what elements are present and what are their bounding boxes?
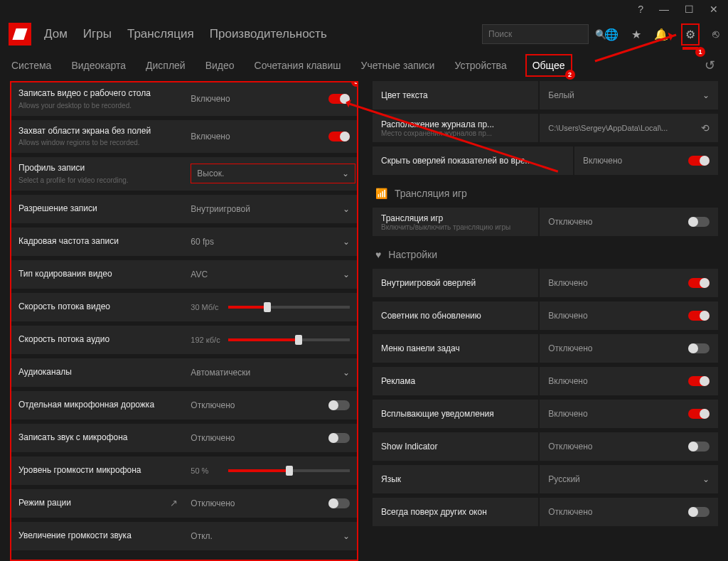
nav-home[interactable]: Дом — [44, 27, 68, 41]
row-encoding: Тип кодирования видео AVC⌄ — [11, 260, 357, 289]
select-fps[interactable]: 60 fps⌄ — [191, 237, 350, 247]
tab-devices[interactable]: Устройства — [453, 54, 508, 77]
row-ads: Реклама Включено — [373, 367, 718, 395]
nav-games[interactable]: Игры — [83, 27, 112, 41]
browse-icon[interactable]: ⟲ — [701, 122, 710, 134]
row-separate-mic-track: Отдельная микрофонная дорожка Отключено — [11, 391, 357, 420]
desc: Allows window regions to be recorded. — [18, 138, 183, 147]
row-audio-boost: Увеличение громкости звука Откл.⌄ — [11, 522, 357, 550]
row-show-indicator: Show Indicator Отключено — [373, 432, 718, 461]
select-recording-profile[interactable]: Высок.⌄ — [191, 164, 355, 183]
tab-general[interactable]: Общее 2 — [525, 54, 572, 77]
annotation-badge-2: 2 — [565, 70, 575, 80]
tab-accounts[interactable]: Учетные записи — [360, 54, 437, 77]
settings-button[interactable]: ⚙ 1 — [681, 23, 700, 46]
toggle-show-indicator[interactable] — [688, 442, 710, 452]
toggle-separate-mic-track[interactable] — [328, 400, 350, 410]
value: 60 fps — [191, 237, 214, 247]
label: Цвет текста — [381, 90, 428, 100]
row-ingame-overlay: Внутриигровой оверлей Включено — [373, 269, 718, 297]
value: Включено — [548, 278, 688, 288]
row-capture-region: Захват области экрана без полейAllows wi… — [11, 120, 357, 154]
section-preferences: ♥Настройки — [373, 240, 718, 265]
toggle-toasts[interactable] — [688, 409, 710, 419]
tab-general-label: Общее — [532, 60, 565, 71]
exit-icon[interactable]: ⎋ — [712, 28, 719, 41]
select-text-color[interactable]: Белый⌄ — [540, 81, 718, 109]
value: Внутриигровой — [191, 204, 250, 214]
value: AVC — [191, 269, 208, 279]
toggle-hide-overlay[interactable] — [688, 156, 710, 166]
row-fps: Кадровая частота записи 60 fps⌄ — [11, 228, 357, 256]
close-icon[interactable]: ✕ — [710, 4, 718, 15]
maximize-icon[interactable]: ☐ — [685, 4, 694, 15]
chevron-down-icon: ⌄ — [343, 368, 350, 378]
value: Включено — [191, 132, 321, 141]
star-icon[interactable]: ★ — [631, 28, 641, 41]
toggle-ads[interactable] — [688, 376, 710, 386]
share-icon[interactable]: ↗ — [170, 498, 178, 508]
label: Скрыть оверлей показателей во вре... — [381, 156, 532, 166]
row-audio-bitrate: Скорость потока аудио 192 кб/с — [11, 326, 357, 354]
toggle-upgrade-advisor[interactable] — [688, 311, 710, 321]
header: Дом Игры Трансляция Производительность 🔍… — [0, 18, 728, 50]
value: Отключено — [548, 217, 688, 227]
recording-panel: 3 Записать видео с рабочего столаAllows … — [10, 81, 358, 561]
value: Русский — [548, 474, 702, 484]
main-nav: Дом Игры Трансляция Производительность — [44, 27, 327, 41]
search-box[interactable]: 🔍 — [482, 24, 589, 44]
value: Отключено — [548, 507, 688, 517]
slider-audio-bitrate[interactable]: 192 кб/с — [191, 336, 350, 344]
minimize-icon[interactable]: — — [659, 4, 669, 15]
chevron-down-icon: ⌄ — [343, 204, 350, 214]
value: C:\Users\Sergey\AppData\Local\... — [548, 124, 701, 132]
row-text-color: Цвет текста Белый⌄ — [373, 81, 718, 109]
chevron-down-icon: ⌄ — [343, 237, 350, 247]
select-audio-boost[interactable]: Откл.⌄ — [191, 531, 350, 541]
label: Увеличение громкости звука — [18, 530, 183, 542]
row-record-desktop: Записать видео с рабочего столаAllows yo… — [11, 82, 357, 116]
select-encoding[interactable]: AVC⌄ — [191, 269, 350, 279]
value: Включено — [583, 156, 688, 166]
tab-display[interactable]: Дисплей — [144, 54, 187, 77]
row-audio-channels: Аудиоканалы Автоматически⌄ — [11, 358, 357, 387]
titlebar: ? — ☐ ✕ — [0, 0, 728, 18]
toggle-game-streaming[interactable] — [688, 217, 710, 227]
toggle-push-to-talk[interactable] — [328, 498, 350, 508]
chevron-down-icon: ⌄ — [702, 90, 710, 100]
label: Аудиоканалы — [18, 367, 183, 378]
value: Откл. — [191, 531, 213, 541]
row-game-streaming: Трансляция игрВключить/выключить трансля… — [373, 208, 718, 236]
slider-mic-volume[interactable]: 50 % — [191, 466, 350, 475]
nav-stream[interactable]: Трансляция — [127, 27, 194, 41]
chevron-down-icon: ⌄ — [343, 531, 350, 541]
nav-performance[interactable]: Производительность — [210, 27, 327, 41]
toggle-always-on-top[interactable] — [688, 507, 710, 517]
row-video-bitrate: Скорость потока видео 30 Мб/с — [11, 293, 357, 321]
select-language[interactable]: Русский⌄ — [540, 465, 718, 493]
label: Скорость потока аудио — [18, 334, 183, 346]
select-resolution[interactable]: Внутриигровой⌄ — [191, 204, 350, 214]
tab-hotkeys[interactable]: Сочетания клавиш — [253, 54, 343, 77]
amd-logo — [9, 23, 31, 46]
tab-video[interactable]: Видео — [204, 54, 236, 77]
select-audio-channels[interactable]: Автоматически⌄ — [191, 368, 350, 378]
reset-icon[interactable]: ↺ — [705, 58, 715, 73]
slider-video-bitrate[interactable]: 30 Мб/с — [191, 303, 350, 311]
search-input[interactable] — [488, 29, 595, 39]
row-mic-volume: Уровень громкости микрофона 50 % — [11, 456, 357, 485]
row-resolution: Разрешение записи Внутриигровой⌄ — [11, 195, 357, 223]
tab-gpu[interactable]: Видеокарта — [70, 54, 127, 77]
toggle-ingame-overlay[interactable] — [688, 278, 710, 288]
label: Трансляция игр — [381, 213, 510, 223]
tab-system[interactable]: Система — [10, 54, 53, 77]
desc: Включить/выключить трансляцию игры — [381, 223, 510, 231]
help-icon[interactable]: ? — [638, 4, 643, 15]
web-icon[interactable]: 🌐 — [604, 28, 619, 41]
value: Высок. — [197, 169, 224, 178]
toggle-capture-region[interactable] — [328, 132, 350, 141]
field-log-path[interactable]: C:\Users\Sergey\AppData\Local\...⟲ — [540, 114, 718, 142]
toggle-record-mic[interactable] — [328, 433, 350, 443]
toggle-taskbar-menu[interactable] — [688, 343, 710, 353]
row-recording-profile: Профиль записиSelect a profile for video… — [11, 157, 357, 191]
